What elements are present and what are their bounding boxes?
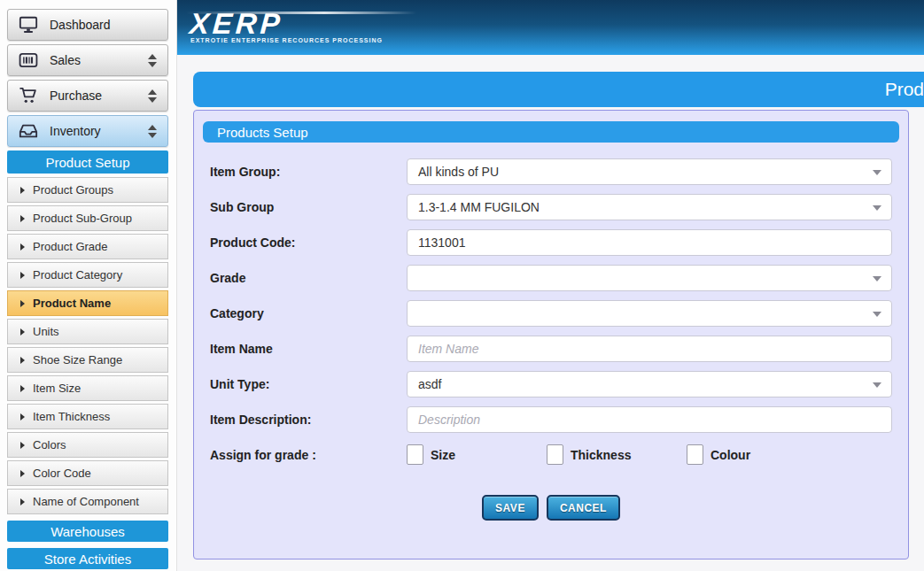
item-group-label: Item Group: xyxy=(210,165,407,179)
chevron-right-icon xyxy=(20,272,25,279)
chevron-down-icon xyxy=(873,382,881,388)
category-select[interactable] xyxy=(407,300,892,327)
sidebar-item-product-category[interactable]: Product Category xyxy=(7,262,168,288)
unit-type-label: Unit Type: xyxy=(210,377,407,391)
chevron-right-icon xyxy=(20,413,25,421)
sidebar-item-label: Purchase xyxy=(50,89,102,103)
cancel-button[interactable]: CANCEL xyxy=(547,495,620,521)
product-code-label: Product Code: xyxy=(210,235,407,250)
app-logo: XERP xyxy=(189,7,285,41)
form-row: Product Code: xyxy=(210,225,892,260)
sidebar-section-product-setup[interactable]: Product Setup xyxy=(7,150,168,174)
product-code-input[interactable] xyxy=(407,229,892,256)
sidebar-item-product-sub-group[interactable]: Product Sub-Group xyxy=(7,205,168,231)
chevron-right-icon xyxy=(20,470,25,477)
item-name-input[interactable] xyxy=(407,336,892,362)
form-row: Category xyxy=(210,296,892,331)
assign-for-grade-row: Assign for grade : Size Thickness Colour xyxy=(210,444,892,465)
save-button[interactable]: SAVE xyxy=(482,495,539,521)
page-title-bar: Prod xyxy=(193,72,924,107)
sidebar-item-purchase[interactable]: Purchase xyxy=(7,80,168,112)
chevron-right-icon xyxy=(20,498,25,505)
thickness-checkbox[interactable] xyxy=(547,444,563,465)
sidebar-item-item-size[interactable]: Item Size xyxy=(7,375,168,401)
chevron-right-icon xyxy=(20,328,25,336)
expand-collapse-icon xyxy=(148,54,157,67)
logo-tagline: EXTROTIE ENTERPRISE RECOURCES PROCESSING xyxy=(190,37,383,43)
thickness-checkbox-label: Thickness xyxy=(571,448,631,462)
expand-collapse-icon xyxy=(148,125,157,138)
sidebar-item-product-groups[interactable]: Product Groups xyxy=(7,177,168,203)
size-checkbox[interactable] xyxy=(407,444,423,465)
panel-section-header: Products Setup xyxy=(203,121,899,143)
sub-group-select[interactable]: 1.3-1.4 MM FUGILON xyxy=(407,194,892,220)
sidebar: Dashboard Sales Purchase xyxy=(0,0,177,571)
sidebar-item-product-grade[interactable]: Product Grade xyxy=(7,234,168,259)
sidebar-item-shoe-size-range[interactable]: Shoe Size Range xyxy=(7,347,168,373)
category-label: Category xyxy=(210,306,407,320)
colour-checkbox-label: Colour xyxy=(710,448,750,462)
item-description-input[interactable] xyxy=(407,406,892,433)
chevron-right-icon xyxy=(20,300,25,307)
thickness-checkbox-group: Thickness xyxy=(547,444,687,465)
colour-checkbox-group: Colour xyxy=(687,444,827,465)
form-row: Unit Type: asdf xyxy=(210,367,892,402)
sidebar-item-store-activities[interactable]: Store Activities xyxy=(7,548,168,569)
sidebar-item-label: Inventory xyxy=(50,124,101,138)
section-title: Product Setup xyxy=(45,155,129,170)
chevron-down-icon xyxy=(873,276,881,282)
sidebar-item-product-name[interactable]: Product Name xyxy=(7,290,168,316)
form-actions: SAVE CANCEL xyxy=(210,495,892,521)
sidebar-item-name-of-component[interactable]: Name of Component xyxy=(7,489,168,514)
chevron-right-icon xyxy=(20,243,25,251)
sidebar-item-sales[interactable]: Sales xyxy=(7,44,168,76)
sidebar-item-label: Dashboard xyxy=(50,18,111,32)
chevron-right-icon xyxy=(20,385,25,392)
item-group-select[interactable]: All kinds of PU xyxy=(407,158,892,185)
sidebar-item-dashboard[interactable]: Dashboard xyxy=(7,9,168,41)
chevron-down-icon xyxy=(873,170,881,175)
sidebar-item-item-thickness[interactable]: Item Thickness xyxy=(7,404,168,429)
sub-group-label: Sub Group xyxy=(210,200,407,214)
form-row: Item Group: All kinds of PU xyxy=(210,154,892,189)
inbox-icon xyxy=(19,122,38,140)
size-checkbox-label: Size xyxy=(431,448,455,462)
sidebar-item-label: Sales xyxy=(50,53,81,67)
products-setup-form: Item Group: All kinds of PU Sub Group 1.… xyxy=(194,154,908,521)
size-checkbox-group: Size xyxy=(407,444,547,465)
sidebar-item-warehouses[interactable]: Warehouses xyxy=(7,521,168,542)
page-title: Prod xyxy=(885,79,924,100)
sidebar-item-units[interactable]: Units xyxy=(7,319,168,344)
chevron-right-icon xyxy=(20,187,25,194)
expand-collapse-icon xyxy=(148,89,157,103)
chevron-right-icon xyxy=(20,215,25,222)
sidebar-item-colors[interactable]: Colors xyxy=(7,432,168,458)
barcode-icon xyxy=(19,51,38,69)
assign-for-grade-label: Assign for grade : xyxy=(210,444,407,462)
grade-select[interactable] xyxy=(407,265,892,291)
chevron-down-icon xyxy=(873,312,881,317)
app-header: XERP EXTROTIE ENTERPRISE RECOURCES PROCE… xyxy=(177,0,924,55)
unit-type-select[interactable]: asdf xyxy=(407,371,892,397)
grade-label: Grade xyxy=(210,271,407,285)
products-setup-panel: Products Setup Item Group: All kinds of … xyxy=(193,110,909,559)
item-description-label: Item Description: xyxy=(210,413,407,427)
sidebar-item-inventory[interactable]: Inventory xyxy=(7,115,168,147)
form-row: Sub Group 1.3-1.4 MM FUGILON xyxy=(210,189,892,225)
chevron-down-icon xyxy=(873,205,881,211)
cart-icon xyxy=(19,87,38,104)
form-row: Grade xyxy=(210,260,892,296)
colour-checkbox[interactable] xyxy=(687,444,703,465)
item-name-label: Item Name xyxy=(210,342,407,356)
monitor-icon xyxy=(19,16,38,34)
panel-section-title: Products Setup xyxy=(217,125,308,140)
form-row: Item Description: xyxy=(210,402,892,437)
chevron-right-icon xyxy=(20,357,25,364)
chevron-right-icon xyxy=(20,442,25,449)
form-row: Item Name xyxy=(210,331,892,367)
sidebar-item-color-code[interactable]: Color Code xyxy=(7,460,168,486)
